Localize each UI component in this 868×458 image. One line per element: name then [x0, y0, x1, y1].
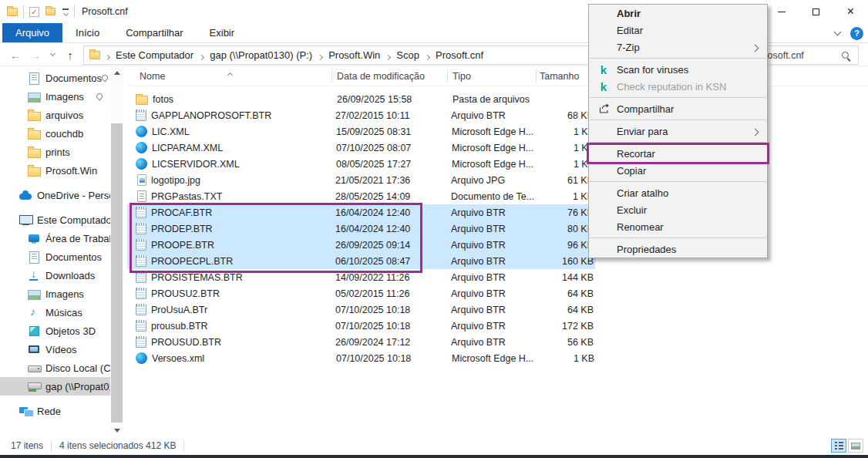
- folder-icon: [89, 51, 100, 59]
- file-row-prodep-btr[interactable]: PRODEP.BTR16/04/2024 12:40Arquivo BTR80 …: [127, 221, 595, 237]
- large-icons-view-button[interactable]: [848, 439, 863, 453]
- file-type: Microsoft Edge H...: [452, 159, 539, 170]
- menu-item-editar[interactable]: Editar: [589, 22, 767, 39]
- new-folder-quick-access-icon[interactable]: [45, 8, 56, 15]
- menu-item-label: Editar: [617, 25, 643, 36]
- sidebar-item-couchdb[interactable]: couchdb: [0, 124, 110, 143]
- tab-arquivo[interactable]: Arquivo: [2, 23, 62, 42]
- details-view-button[interactable]: [831, 439, 846, 453]
- file-row-prousu2-btr[interactable]: PROUSU2.BTR05/02/2015 11:26Arquivo BTR64…: [127, 285, 595, 301]
- back-button[interactable]: ←: [6, 43, 25, 66]
- sidebar-item-arquivos[interactable]: arquivos: [0, 106, 110, 124]
- breadcrumb-item-este-computador[interactable]: Este Computador: [111, 49, 198, 61]
- menu-item-label: Propriedades: [617, 244, 676, 255]
- column-divider[interactable]: [331, 69, 332, 83]
- file-size: 61 KB: [538, 175, 594, 186]
- file-date: 06/10/2025 08:47: [335, 256, 451, 267]
- breadcrumb-item-prosoft-cnf[interactable]: Prosoft.cnf: [431, 49, 488, 61]
- scroll-up-button[interactable]: [110, 66, 123, 79]
- file-row-licservidor-xml[interactable]: LICSERVIDOR.XML08/05/2025 17:27Microsoft…: [127, 156, 595, 172]
- file-row-procaf-btr[interactable]: PROCAF.BTR16/04/2024 12:40Arquivo BTR76 …: [127, 204, 595, 221]
- sidebar-item-este-computador[interactable]: Este Computador: [0, 210, 110, 229]
- share-icon: [595, 100, 612, 117]
- menu-item-enviar-para[interactable]: Enviar para: [589, 123, 767, 140]
- scroll-down-button[interactable]: [110, 424, 123, 436]
- maximize-button[interactable]: [799, 0, 833, 23]
- menu-item-criar-atalho[interactable]: Criar atalho: [589, 184, 767, 201]
- sidebar-item-objetos-3d[interactable]: Objetos 3D: [0, 322, 110, 340]
- file-row-prousub-btr[interactable]: prousub.BTR07/10/2025 10:18Arquivo BTR17…: [127, 318, 595, 334]
- breadcrumb-item-gap-propat0130-p[interactable]: gap (\\Propat0130) (P:): [205, 49, 317, 61]
- menu-item-abrir[interactable]: Abrir: [589, 5, 767, 22]
- sidebar-item-gap-propat0130-p[interactable]: gap (\\Propat0130) (P:): [0, 377, 110, 396]
- menu-item-scan-for-viruses[interactable]: kScan for viruses: [589, 61, 767, 78]
- file-row-licparam-xml[interactable]: LICPARAM.XML07/10/2025 08:07Microsoft Ed…: [127, 140, 595, 156]
- breadcrumb-item-prosoft-win[interactable]: Prosoft.Win: [324, 49, 385, 61]
- sidebar-item-downloads[interactable]: Downloads: [0, 266, 110, 285]
- file-type: Arquivo BTR: [451, 207, 538, 218]
- sidebar-item-documentos[interactable]: Documentos: [0, 69, 110, 87]
- sidebar-item-m-sicas[interactable]: Músicas: [0, 303, 110, 322]
- close-button[interactable]: ×: [833, 0, 868, 23]
- sidebar-item-onedrive-personal[interactable]: OneDrive - Personal: [0, 186, 110, 204]
- minimize-button[interactable]: [764, 0, 799, 23]
- file-row-prousud-btr[interactable]: PROUSUD.BTR26/09/2024 17:12Arquivo BTR56…: [127, 334, 595, 350]
- column-header-tamanho[interactable]: Tamanho: [540, 71, 579, 82]
- menu-item-propriedades[interactable]: Propriedades: [589, 241, 767, 258]
- sidebar-item-imagens[interactable]: Imagens: [0, 285, 110, 303]
- menu-item-7-zip[interactable]: 7-Zip: [589, 39, 767, 56]
- sidebar-item-v-deos[interactable]: Vídeos: [0, 340, 110, 359]
- file-row-lic-xml[interactable]: LIC.XML15/09/2025 08:31Microsoft Edge H.…: [127, 123, 595, 140]
- sidebar-item-rea-de-trabalho[interactable]: Área de Trabalho: [0, 229, 110, 248]
- menu-item-recortar[interactable]: Recortar: [589, 145, 767, 162]
- menu-item-compartilhar[interactable]: Compartilhar: [589, 100, 767, 117]
- file-row-fotos[interactable]: fotos26/09/2025 15:58Pasta de arquivos: [127, 91, 595, 107]
- bar-icon: [62, 8, 69, 10]
- tab-in-cio[interactable]: Início: [62, 23, 113, 42]
- scrollbar-thumb[interactable]: [111, 123, 123, 423]
- file-row-logotipo-jpg[interactable]: logotipo.jpg21/05/2021 17:36Arquivo JPG6…: [127, 172, 595, 188]
- details-view-icon: [835, 442, 843, 450]
- file-size: 1 KB: [538, 191, 594, 202]
- column-header-nome[interactable]: Nome: [140, 71, 165, 82]
- properties-quick-access-icon[interactable]: ✓: [29, 7, 39, 17]
- up-button[interactable]: ↑: [60, 43, 80, 66]
- file-name: LICPARAM.XML: [152, 143, 336, 153]
- sidebar-item-prints[interactable]: prints: [0, 143, 110, 161]
- menu-item-excluir[interactable]: Excluir: [589, 201, 767, 218]
- menu-item-renomear[interactable]: Renomear: [589, 218, 767, 235]
- file-size: 76 KB: [538, 207, 594, 218]
- sidebar-item-imagens[interactable]: Imagens: [0, 87, 110, 106]
- file-name: PROCAF.BTR: [151, 207, 335, 218]
- file-row-prgpastas-txt[interactable]: PRGPastas.TXT28/05/2025 14:09Documento d…: [127, 188, 595, 204]
- file-type: Arquivo JPG: [451, 175, 538, 186]
- sidebar-item-prosoft-win[interactable]: Prosoft.Win: [0, 161, 110, 180]
- sidebar-item-rede[interactable]: Rede: [0, 402, 110, 420]
- menu-item-copiar[interactable]: Copiar: [589, 162, 767, 179]
- column-divider[interactable]: [536, 69, 537, 83]
- sidebar-item-documentos[interactable]: Documentos: [0, 248, 110, 266]
- customize-quick-access-toolbar-button[interactable]: [62, 8, 69, 15]
- column-divider[interactable]: [447, 69, 448, 83]
- file-row-proopecpl-btr[interactable]: PROOPECPL.BTR06/10/2025 08:47Arquivo BTR…: [127, 253, 595, 269]
- tab-exibir[interactable]: Exibir: [197, 23, 248, 42]
- file-row-gapplanoprosoft-btr[interactable]: GAPPLANOPROSOFT.BTR27/02/2015 10:11Arqui…: [127, 107, 595, 123]
- file-row-prosistemas-btr[interactable]: PROSISTEMAS.BTR14/09/2022 11:26Arquivo B…: [127, 269, 595, 285]
- sidebar-scrollbar[interactable]: [110, 66, 123, 436]
- file-name: PROUSUD.BTR: [151, 337, 335, 348]
- file-row-versoes-xml[interactable]: Versoes.xml07/10/2025 10:18Microsoft Edg…: [127, 350, 595, 366]
- forward-button[interactable]: →: [26, 43, 45, 66]
- breadcrumb-item-scop[interactable]: Scop: [392, 49, 424, 61]
- column-header-tipo[interactable]: Tipo: [453, 71, 471, 82]
- column-header-data[interactable]: Data de modificação: [337, 71, 425, 82]
- file-row-proope-btr[interactable]: PROOPE.BTR26/09/2025 09:14Arquivo BTR96 …: [127, 237, 595, 253]
- tab-compartilhar[interactable]: Compartilhar: [113, 23, 196, 42]
- file-row-prousua-btr[interactable]: ProUsuA.BTr07/10/2025 10:18Arquivo BTR64…: [127, 301, 595, 318]
- file-type: Arquivo BTR: [451, 240, 538, 251]
- sidebar-item-disco-local-c[interactable]: Disco Local (C:): [0, 359, 110, 377]
- window-title: Prosoft.cnf: [82, 6, 128, 17]
- help-button[interactable]: ?: [850, 27, 863, 40]
- file-date: 16/04/2024 12:40: [335, 224, 451, 234]
- recent-locations-button[interactable]: [46, 43, 59, 66]
- collapse-ribbon-icon[interactable]: [834, 29, 842, 36]
